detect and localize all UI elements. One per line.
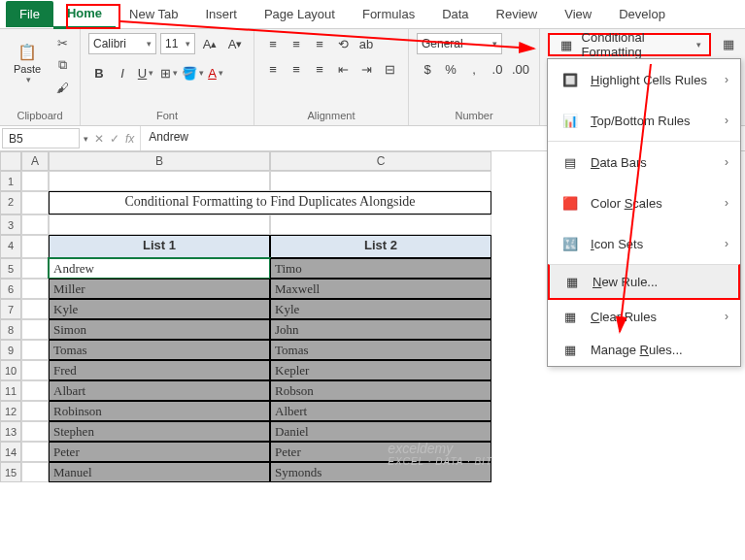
title-cell[interactable]: Conditional Formatting to Find Duplicate… bbox=[49, 191, 491, 214]
align-center-button[interactable]: ≡ bbox=[286, 58, 307, 80]
decrease-indent-button[interactable]: ⇤ bbox=[332, 58, 354, 80]
tab-view[interactable]: View bbox=[551, 1, 605, 27]
fx-icon[interactable]: fx bbox=[125, 132, 134, 146]
cf-clear-rules[interactable]: ▦Clear Rules› bbox=[548, 300, 740, 333]
cell-B5[interactable]: Andrew bbox=[49, 258, 270, 279]
cell-C13[interactable]: Daniel bbox=[270, 421, 491, 442]
tab-developer[interactable]: Develop bbox=[605, 1, 679, 27]
manage-icon: ▦ bbox=[559, 339, 581, 360]
row-header-9[interactable]: 9 bbox=[0, 340, 21, 360]
wrap-text-button[interactable]: ab bbox=[356, 33, 377, 54]
cf-color-scales[interactable]: 🟥Color Scales› bbox=[548, 182, 740, 223]
decrease-decimal-button[interactable]: .00 bbox=[510, 58, 531, 80]
align-left-button[interactable]: ≡ bbox=[262, 58, 284, 80]
row-header-2[interactable]: 2 bbox=[0, 191, 21, 214]
row-header-7[interactable]: 7 bbox=[0, 299, 21, 319]
percent-button[interactable]: % bbox=[440, 58, 461, 80]
tab-formulas[interactable]: Formulas bbox=[349, 1, 428, 27]
col-header-B[interactable]: B bbox=[49, 151, 270, 171]
row-header-11[interactable]: 11 bbox=[0, 380, 21, 401]
row-header-10[interactable]: 10 bbox=[0, 360, 21, 380]
cf-highlight-rules[interactable]: 🔲Highlight Cells Rules› bbox=[548, 59, 740, 100]
cf-data-bars[interactable]: ▤Data Bars› bbox=[548, 141, 740, 182]
row-header-4[interactable]: 4 bbox=[0, 235, 21, 258]
row-header-15[interactable]: 15 bbox=[0, 462, 21, 482]
group-styles: ▦ Conditional Formatting ▾ ▦ 🔲Highlight … bbox=[540, 29, 745, 125]
align-top-button[interactable]: ≡ bbox=[262, 33, 284, 54]
tab-page-layout[interactable]: Page Layout bbox=[251, 1, 349, 27]
comma-button[interactable]: , bbox=[463, 58, 485, 80]
cell-B11[interactable]: Albart bbox=[49, 380, 270, 401]
row-header-12[interactable]: 12 bbox=[0, 401, 21, 421]
conditional-formatting-button[interactable]: ▦ Conditional Formatting ▾ bbox=[548, 33, 711, 56]
paste-button[interactable]: 📋 Paste ▾ bbox=[8, 33, 47, 91]
align-middle-button[interactable]: ≡ bbox=[286, 33, 307, 54]
number-format-combo[interactable]: General▾ bbox=[417, 33, 502, 54]
increase-indent-button[interactable]: ⇥ bbox=[356, 58, 377, 80]
cell-B10[interactable]: Fred bbox=[49, 360, 270, 380]
header-list2[interactable]: List 2 bbox=[270, 235, 491, 258]
cell-B14[interactable]: Peter bbox=[49, 442, 270, 462]
tab-home[interactable]: Home bbox=[53, 0, 116, 29]
bold-button[interactable]: B bbox=[88, 62, 110, 83]
italic-button[interactable]: I bbox=[112, 62, 133, 83]
enter-icon[interactable]: ✓ bbox=[110, 132, 119, 146]
copy-button[interactable]: ⧉ bbox=[52, 55, 72, 75]
border-button[interactable]: ⊞▾ bbox=[158, 62, 180, 83]
align-right-button[interactable]: ≡ bbox=[309, 58, 330, 80]
row-header-5[interactable]: 5 bbox=[0, 258, 21, 279]
cell-B9[interactable]: Tomas bbox=[49, 340, 270, 360]
cell-C10[interactable]: Kepler bbox=[270, 360, 491, 380]
tab-data[interactable]: Data bbox=[428, 1, 482, 27]
col-header-A[interactable]: A bbox=[21, 151, 49, 171]
col-header-C[interactable]: C bbox=[270, 151, 491, 171]
cell-C11[interactable]: Robson bbox=[270, 380, 491, 401]
tab-review[interactable]: Review bbox=[483, 1, 552, 27]
currency-button[interactable]: $ bbox=[417, 58, 438, 80]
select-all-triangle[interactable] bbox=[0, 151, 21, 171]
font-name-combo[interactable]: Calibri▾ bbox=[88, 33, 156, 54]
font-color-button[interactable]: A▾ bbox=[205, 62, 226, 83]
styles-more-button[interactable]: ▦ bbox=[719, 33, 737, 54]
cf-icon-sets[interactable]: 🔣Icon Sets› bbox=[548, 223, 740, 264]
row-header-6[interactable]: 6 bbox=[0, 279, 21, 299]
cell-B13[interactable]: Stephen bbox=[49, 421, 270, 442]
cancel-icon[interactable]: ✕ bbox=[94, 132, 104, 146]
cell-C7[interactable]: Kyle bbox=[270, 299, 491, 319]
row-header-1[interactable]: 1 bbox=[0, 171, 21, 191]
cf-new-rule[interactable]: ▦New Rule... bbox=[548, 264, 740, 300]
merge-button[interactable]: ⊟ bbox=[379, 58, 400, 80]
cell-C8[interactable]: John bbox=[270, 319, 491, 340]
increase-decimal-button[interactable]: .0 bbox=[487, 58, 508, 80]
font-size-combo[interactable]: 11▾ bbox=[160, 33, 195, 54]
align-bottom-button[interactable]: ≡ bbox=[309, 33, 330, 54]
cf-topbottom-rules[interactable]: 📊Top/Bottom Rules› bbox=[548, 100, 740, 141]
increase-font-button[interactable]: A▴ bbox=[199, 33, 220, 54]
iconsets-icon: 🔣 bbox=[559, 233, 581, 254]
cell-B8[interactable]: Simon bbox=[49, 319, 270, 340]
row-header-14[interactable]: 14 bbox=[0, 442, 21, 462]
underline-button[interactable]: U▾ bbox=[135, 62, 156, 83]
tab-insert[interactable]: Insert bbox=[191, 1, 251, 27]
cell-B6[interactable]: Miller bbox=[49, 279, 270, 299]
cell-B15[interactable]: Manuel bbox=[49, 462, 270, 482]
row-header-3[interactable]: 3 bbox=[0, 214, 21, 235]
fill-color-button[interactable]: 🪣▾ bbox=[182, 62, 203, 83]
name-box[interactable]: B5 bbox=[2, 128, 80, 148]
cut-button[interactable]: ✂ bbox=[52, 33, 72, 52]
cell-B12[interactable]: Robinson bbox=[49, 401, 270, 421]
row-header-8[interactable]: 8 bbox=[0, 319, 21, 340]
cell-B7[interactable]: Kyle bbox=[49, 299, 270, 319]
cf-manage-rules[interactable]: ▦Manage Rules... bbox=[548, 333, 740, 366]
format-painter-button[interactable]: 🖌 bbox=[52, 78, 72, 97]
tab-file[interactable]: File bbox=[6, 1, 53, 27]
row-header-13[interactable]: 13 bbox=[0, 421, 21, 442]
cell-C6[interactable]: Maxwell bbox=[270, 279, 491, 299]
header-list1[interactable]: List 1 bbox=[49, 235, 270, 258]
cell-C9[interactable]: Tomas bbox=[270, 340, 491, 360]
orientation-button[interactable]: ⟲ bbox=[332, 33, 354, 54]
decrease-font-button[interactable]: A▾ bbox=[224, 33, 246, 54]
cell-C12[interactable]: Albert bbox=[270, 401, 491, 421]
tab-new[interactable]: New Tab bbox=[116, 1, 191, 27]
cell-C5[interactable]: Timo bbox=[270, 258, 491, 279]
